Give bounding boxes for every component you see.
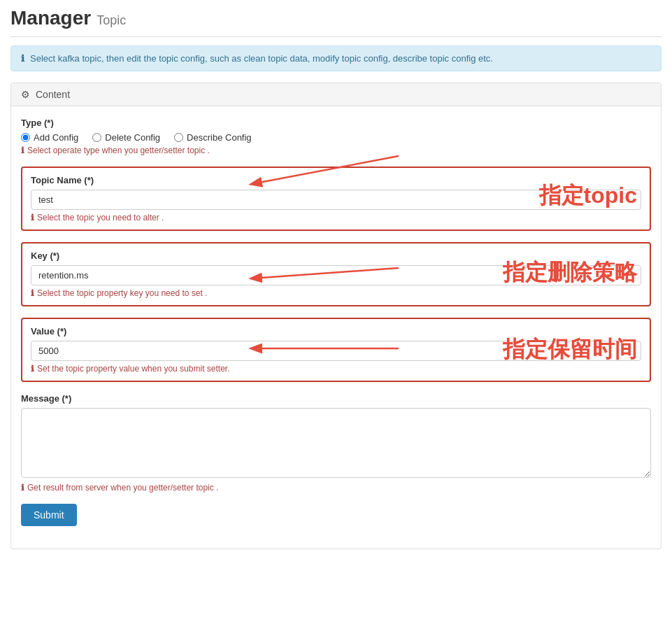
hint-icon-message: ℹ xyxy=(21,483,24,493)
message-label: Message (*) xyxy=(21,393,651,404)
key-hint: ℹ Select the topic property key you need… xyxy=(31,288,641,298)
message-section: Message (*) ℹ Get result from server whe… xyxy=(21,393,651,493)
radio-add-config[interactable]: Add Config xyxy=(21,132,78,143)
radio-delete-config[interactable]: Delete Config xyxy=(92,132,160,143)
submit-section: Submit xyxy=(21,504,651,526)
message-textarea[interactable] xyxy=(21,408,651,478)
topic-name-hint: ℹ Select the topic you need to alter . xyxy=(31,213,641,222)
panel-header-label: Content xyxy=(36,89,70,100)
hint-icon-type: ℹ xyxy=(21,146,24,155)
type-radio-group: Add Config Delete Config Describe Config xyxy=(21,132,651,143)
value-hint: ℹ Set the topic property value when you … xyxy=(31,364,641,374)
type-label: Type (*) xyxy=(21,118,651,128)
radio-describe-config-label: Describe Config xyxy=(187,132,252,143)
annotation-label-3: 指定保留时间 xyxy=(503,334,637,365)
panel-header: ⚙ Content xyxy=(11,83,661,106)
panel-body: Type (*) Add Config Delete Config Des xyxy=(11,106,661,549)
radio-delete-config-input[interactable] xyxy=(92,133,101,142)
annotation-label-1: 指定topic xyxy=(539,181,637,211)
page-header: Manager Topic xyxy=(10,7,662,37)
hint-icon-value: ℹ xyxy=(31,364,34,374)
submit-button[interactable]: Submit xyxy=(21,504,77,526)
radio-add-config-input[interactable] xyxy=(21,133,30,142)
radio-describe-config-input[interactable] xyxy=(174,133,183,142)
hint-icon-topic: ℹ xyxy=(31,213,34,222)
type-section: Type (*) Add Config Delete Config Des xyxy=(21,118,651,155)
page-subtitle: Topic xyxy=(96,13,126,28)
hint-icon-key: ℹ xyxy=(31,288,34,298)
radio-delete-config-label: Delete Config xyxy=(105,132,160,143)
type-hint: ℹ Select operate type when you getter/se… xyxy=(21,146,651,155)
annotation-label-2: 指定删除策略 xyxy=(503,257,637,288)
content-panel: ⚙ Content Type (*) Add Config Delete Con xyxy=(10,83,662,549)
radio-add-config-label: Add Config xyxy=(34,132,78,143)
info-icon: ℹ xyxy=(21,53,24,64)
page-title: Manager xyxy=(10,7,91,29)
form-annotations-wrapper: Type (*) Add Config Delete Config Des xyxy=(21,118,651,526)
gear-icon: ⚙ xyxy=(21,89,30,100)
message-hint: ℹ Get result from server when you getter… xyxy=(21,483,651,493)
info-banner-text: Select kafka topic, then edit the topic … xyxy=(30,53,493,64)
radio-describe-config[interactable]: Describe Config xyxy=(174,132,252,143)
info-banner: ℹ Select kafka topic, then edit the topi… xyxy=(10,45,662,71)
